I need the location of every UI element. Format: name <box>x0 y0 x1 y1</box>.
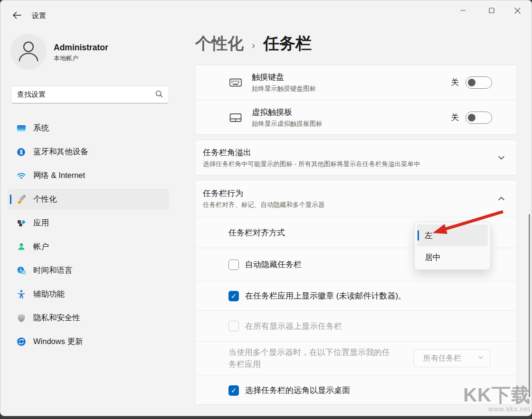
corner-overflow-card: 任务栏角溢出 选择任务栏角中可能显示的图标 - 所有其他图标将显示在任务栏角溢出… <box>195 140 517 176</box>
chevron-down-icon <box>478 354 484 363</box>
show-badges-row: 在任务栏应用上显示徽章 (未读邮件计数器)。 <box>195 281 517 310</box>
close-button[interactable] <box>505 2 530 19</box>
taskbar-icons-card: 触摸键盘 始终显示触摸键盘图标 关 虚拟触摸板 始终显示虚拟触摸板图标 关 <box>195 65 517 135</box>
virtual-touchpad-toggle-state: 关 <box>451 112 459 123</box>
active-indicator <box>10 195 11 204</box>
virtual-touchpad-title: 虚拟触摸板 <box>252 107 323 118</box>
system-icon <box>16 123 26 133</box>
privacy-shield-icon <box>16 313 26 323</box>
virtual-touchpad-subtitle: 始终显示虚拟触摸板图标 <box>252 120 323 128</box>
person-icon <box>15 37 42 66</box>
sidebar-item-time-language[interactable]: 时间和语言 <box>8 260 169 281</box>
profile-account-type: 本地帐户 <box>54 54 78 63</box>
breadcrumb-separator: › <box>252 39 255 51</box>
accessibility-icon <box>16 289 26 299</box>
time-language-icon <box>16 266 26 276</box>
personalization-icon <box>16 195 26 205</box>
sidebar-item-apps[interactable]: 应用 <box>8 213 169 233</box>
back-arrow-icon <box>12 11 21 20</box>
back-button[interactable] <box>8 9 25 22</box>
sidebar-item-personalization[interactable]: 个性化 <box>8 189 169 210</box>
taskbar-behavior-title: 任务栏行为 <box>203 188 497 199</box>
chevron-down-icon[interactable] <box>497 153 505 162</box>
touch-keyboard-title: 触摸键盘 <box>252 72 316 83</box>
multi-display-select-value: 所有任务栏 <box>423 354 478 363</box>
sidebar-item-accessibility[interactable]: 辅助功能 <box>8 284 169 305</box>
search-placeholder: 查找设置 <box>17 90 155 99</box>
all-displays-checkbox[interactable] <box>228 321 239 331</box>
sidebar-nav: 系统 蓝牙和其他设备 网络 & Internet 个性化 应用 帐户 时间和语言 <box>8 118 169 355</box>
sidebar-item-bluetooth-devices[interactable]: 蓝牙和其他设备 <box>8 141 169 162</box>
sidebar-item-system[interactable]: 系统 <box>8 118 169 139</box>
apps-icon <box>16 218 26 228</box>
auto-hide-checkbox[interactable] <box>228 260 239 270</box>
sidebar-item-network-internet[interactable]: 网络 & Internet <box>8 165 169 186</box>
touch-keyboard-icon <box>229 78 242 87</box>
page-title: 任务栏 <box>263 33 312 55</box>
far-corner-label: 选择任务栏的远角以显示桌面 <box>245 385 350 396</box>
avatar[interactable] <box>10 34 47 70</box>
virtual-touchpad-icon <box>229 113 242 122</box>
windows-update-icon <box>16 337 26 347</box>
multi-display-select[interactable]: 所有任务栏 <box>413 349 490 367</box>
accounts-icon <box>16 242 26 252</box>
touch-keyboard-subtitle: 始终显示触摸键盘图标 <box>252 84 316 93</box>
bluetooth-icon <box>16 147 26 157</box>
maximize-button[interactable] <box>479 2 504 19</box>
show-badges-label: 在任务栏应用上显示徽章 (未读邮件计数器)。 <box>245 290 406 301</box>
far-corner-checkbox[interactable] <box>228 385 239 396</box>
search-icon <box>155 90 163 100</box>
desktop-background: 设置 Administrator 本地帐户 查找设置 系统 蓝牙和其他设备 网络… <box>0 0 532 419</box>
corner-overflow-subtitle: 选择任务栏角中可能显示的图标 - 所有其他图标将显示在任务栏角溢出菜单中 <box>203 160 497 168</box>
alignment-option-left[interactable]: 左 <box>417 224 488 246</box>
all-displays-label: 在所有显示器上显示任务栏 <box>245 321 342 332</box>
touch-keyboard-toggle-state: 关 <box>451 77 459 88</box>
auto-hide-label: 自动隐藏任务栏 <box>245 259 302 270</box>
corner-overflow-title: 任务栏角溢出 <box>203 147 497 158</box>
taskbar-alignment-label: 任务栏对齐方式 <box>228 227 285 238</box>
touch-keyboard-toggle[interactable] <box>466 76 492 89</box>
close-icon <box>514 8 521 14</box>
minimize-button[interactable] <box>451 2 475 19</box>
profile-name: Administrator <box>54 43 108 53</box>
settings-window: 设置 Administrator 本地帐户 查找设置 系统 蓝牙和其他设备 网络… <box>0 0 532 416</box>
sidebar-item-windows-update[interactable]: Windows 更新 <box>8 331 169 352</box>
breadcrumb: 个性化 › 任务栏 <box>195 33 312 55</box>
watermark: KK下载 www.kkx.net <box>463 383 531 413</box>
toggle-knob <box>468 114 475 121</box>
breadcrumb-personalization[interactable]: 个性化 <box>195 33 244 55</box>
alignment-option-center[interactable]: 居中 <box>417 246 488 268</box>
vertical-scrollbar[interactable] <box>529 214 530 397</box>
multi-display-row: 当使用多个显示器时，在以下位置显示我的任务栏应用 所有任务栏 <box>195 341 517 375</box>
sidebar-item-privacy-security[interactable]: 隐私和安全性 <box>8 307 169 328</box>
sidebar-item-accounts[interactable]: 帐户 <box>8 236 169 257</box>
watermark-logo: KK下载 <box>463 383 531 407</box>
virtual-touchpad-toggle[interactable] <box>466 112 492 124</box>
maximize-icon <box>489 8 494 13</box>
show-badges-checkbox[interactable] <box>228 291 239 301</box>
chevron-up-icon[interactable] <box>497 195 505 203</box>
search-input[interactable]: 查找设置 <box>11 86 169 103</box>
window-title: 设置 <box>32 11 46 20</box>
selected-option-indicator <box>418 230 419 241</box>
virtual-touchpad-row: 虚拟触摸板 始终显示虚拟触摸板图标 关 <box>195 100 517 135</box>
network-icon <box>16 171 26 181</box>
taskbar-behavior-subtitle: 任务栏对齐、标记、自动隐藏和多个显示器 <box>203 201 497 209</box>
multi-display-label: 当使用多个显示器时，在以下位置显示我的任务栏应用 <box>228 346 394 370</box>
taskbar-behavior-expander[interactable]: 任务栏行为 任务栏对齐、标记、自动隐藏和多个显示器 <box>195 180 517 217</box>
all-displays-row: 在所有显示器上显示任务栏 <box>195 310 517 341</box>
toggle-knob <box>468 79 475 86</box>
alignment-dropdown-flyout: 左 居中 <box>414 222 491 270</box>
minimize-icon <box>460 8 466 13</box>
corner-overflow-expander[interactable]: 任务栏角溢出 选择任务栏角中可能显示的图标 - 所有其他图标将显示在任务栏角溢出… <box>195 140 517 175</box>
touch-keyboard-row: 触摸键盘 始终显示触摸键盘图标 关 <box>195 65 517 100</box>
taskbar-behavior-card: 任务栏行为 任务栏对齐、标记、自动隐藏和多个显示器 任务栏对齐方式 自动隐藏任务… <box>195 180 517 405</box>
